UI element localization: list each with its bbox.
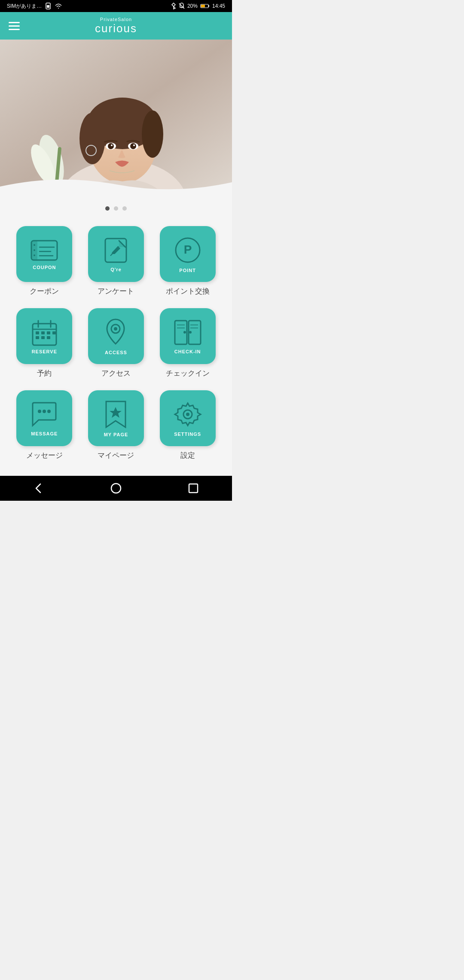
app-header: PrivateSalon curious xyxy=(0,12,232,40)
hero-banner xyxy=(0,40,232,199)
coupon-icon-box: COUPON xyxy=(16,226,72,282)
checkin-label-en: CHECK-IN xyxy=(174,349,201,354)
bluetooth-icon xyxy=(171,3,176,9)
svg-point-20 xyxy=(111,144,113,146)
svg-point-53 xyxy=(183,331,186,334)
hamburger-menu[interactable] xyxy=(9,22,20,30)
status-left: SIMがありま… xyxy=(7,3,62,10)
svg-rect-41 xyxy=(36,331,39,334)
menu-item-point[interactable]: P POINT ポイント交換 xyxy=(152,221,223,303)
settings-label-en: SETTINGS xyxy=(174,432,201,437)
svg-rect-4 xyxy=(201,5,205,7)
svg-point-22 xyxy=(130,143,136,149)
carousel-dot-1[interactable] xyxy=(105,206,110,211)
menu-item-access[interactable]: ACCESS アクセス xyxy=(80,303,152,385)
menu-item-reserve[interactable]: RESERVE 予約 xyxy=(9,303,80,385)
menu-grid: COUPON クーポン Q're アンケート P POINT ポ xyxy=(0,217,232,476)
mypage-label-en: MY PAGE xyxy=(104,432,128,437)
svg-point-12 xyxy=(79,113,105,164)
svg-rect-47 xyxy=(52,331,56,334)
svg-rect-44 xyxy=(36,336,39,339)
svg-rect-43 xyxy=(47,331,50,334)
recent-apps-button[interactable] xyxy=(180,480,206,497)
message-label-en: MESSAGE xyxy=(31,431,58,436)
home-button[interactable] xyxy=(103,480,129,497)
point-icon: P xyxy=(173,235,203,265)
menu-item-questionnaire[interactable]: Q're アンケート xyxy=(80,221,152,303)
settings-icon-box: SETTINGS xyxy=(160,390,216,446)
svg-point-60 xyxy=(43,410,46,413)
questionnaire-label-jp: アンケート xyxy=(98,286,134,296)
mypage-label-jp: マイページ xyxy=(98,450,134,460)
app-logo: PrivateSalon curious xyxy=(95,17,137,35)
status-right: 20% 14:45 xyxy=(171,3,225,9)
svg-rect-5 xyxy=(208,5,209,7)
bottom-navigation xyxy=(0,476,232,501)
hero-wave xyxy=(0,174,232,199)
header-title: curious xyxy=(95,22,137,35)
svg-point-65 xyxy=(111,484,121,493)
checkin-label-jp: チェックイン xyxy=(166,368,210,378)
checkin-icon-box: CHECK-IN xyxy=(160,308,216,364)
mypage-icon-box: MY PAGE xyxy=(88,390,144,446)
reserve-icon-box: RESERVE xyxy=(16,308,72,364)
svg-point-59 xyxy=(38,410,41,413)
home-icon xyxy=(110,482,122,494)
menu-item-mypage[interactable]: MY PAGE マイページ xyxy=(80,385,152,467)
svg-point-61 xyxy=(47,410,51,413)
battery-icon xyxy=(200,3,210,9)
svg-marker-62 xyxy=(110,407,122,418)
svg-point-64 xyxy=(186,413,189,416)
carrier-text: SIMがありま… xyxy=(7,3,42,10)
coupon-label-en: COUPON xyxy=(33,265,56,270)
carousel-dot-3[interactable] xyxy=(122,206,127,211)
point-icon-box: P POINT xyxy=(160,226,216,282)
menu-item-settings[interactable]: SETTINGS 設定 xyxy=(152,385,223,467)
back-button[interactable] xyxy=(26,480,52,497)
mypage-icon xyxy=(102,399,130,429)
coupon-icon xyxy=(29,239,59,262)
status-bar: SIMがありま… 20% 14:45 xyxy=(0,0,232,12)
svg-rect-66 xyxy=(189,484,198,493)
svg-point-13 xyxy=(142,110,163,158)
carousel-dot-2[interactable] xyxy=(114,206,118,211)
svg-point-49 xyxy=(114,327,117,331)
svg-point-28 xyxy=(34,249,35,251)
message-icon xyxy=(29,401,59,429)
point-label-jp: ポイント交換 xyxy=(166,286,210,296)
point-label-en: POINT xyxy=(179,268,196,273)
svg-point-29 xyxy=(34,254,35,256)
message-icon-box: MESSAGE xyxy=(16,390,72,446)
message-label-jp: メッセージ xyxy=(26,450,63,460)
menu-item-coupon[interactable]: COUPON クーポン xyxy=(9,221,80,303)
reserve-label-jp: 予約 xyxy=(37,368,52,378)
access-icon-box: ACCESS xyxy=(88,308,144,364)
wifi-icon xyxy=(55,3,62,9)
svg-rect-42 xyxy=(41,331,45,334)
carousel-dots xyxy=(0,199,232,217)
menu-item-message[interactable]: MESSAGE メッセージ xyxy=(9,385,80,467)
questionnaire-icon-box: Q're xyxy=(88,226,144,282)
svg-rect-1 xyxy=(47,5,49,8)
header-subtitle: PrivateSalon xyxy=(95,17,137,22)
back-icon xyxy=(33,482,45,494)
settings-label-jp: 設定 xyxy=(180,450,195,460)
reserve-label-en: RESERVE xyxy=(32,349,57,354)
svg-point-23 xyxy=(133,144,135,146)
questionnaire-icon xyxy=(102,236,130,264)
svg-rect-46 xyxy=(47,336,50,339)
svg-point-58 xyxy=(189,331,192,334)
reserve-icon xyxy=(31,318,58,346)
bell-mute-icon xyxy=(179,3,185,9)
questionnaire-label-en: Q're xyxy=(110,267,122,272)
svg-point-19 xyxy=(108,143,114,149)
checkin-icon xyxy=(173,318,203,346)
settings-icon xyxy=(173,400,202,429)
battery-text: 20% xyxy=(187,3,198,9)
access-icon xyxy=(102,317,130,347)
svg-text:P: P xyxy=(183,243,192,256)
svg-line-34 xyxy=(110,253,113,256)
sim-icon xyxy=(45,3,51,9)
menu-item-checkin[interactable]: CHECK-IN チェックイン xyxy=(152,303,223,385)
svg-point-27 xyxy=(34,244,35,246)
